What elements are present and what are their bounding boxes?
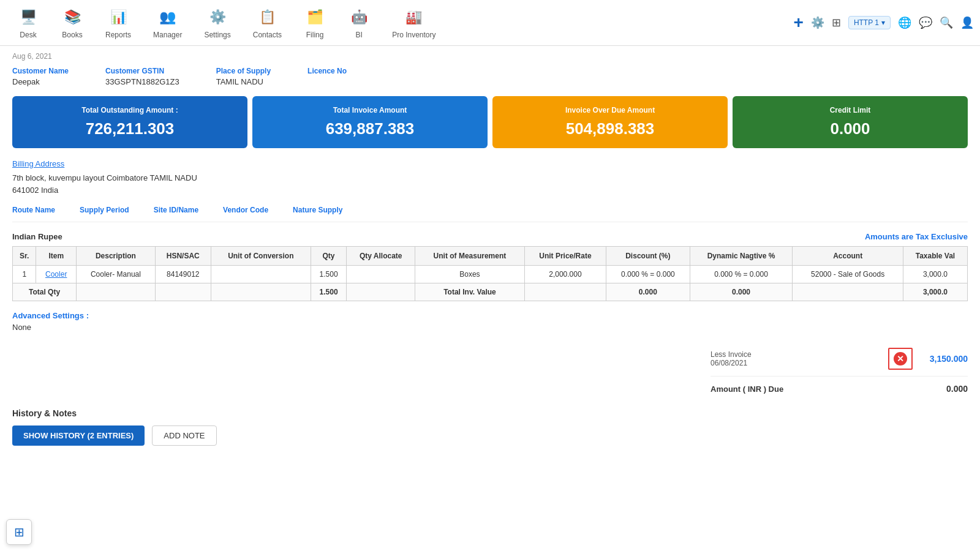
col-hsn: HSN/SAC: [155, 247, 211, 266]
nav-label-books: Books: [62, 31, 82, 39]
total-inv-label: Total Inv. Value: [415, 283, 525, 301]
bi-icon: 🤖: [348, 6, 370, 28]
nav-label-pro-inventory: Pro Inventory: [392, 31, 435, 39]
cell-qty: 1.500: [311, 266, 346, 283]
col-uom: Unit of Measurement: [415, 247, 525, 266]
invoice-table: Sr. Item Description HSN/SAC Unit of Con…: [12, 246, 968, 301]
col-discount: Discount (%): [606, 247, 690, 266]
chat-icon[interactable]: 💬: [919, 16, 932, 29]
globe-icon[interactable]: 🌐: [898, 16, 911, 29]
nav-label-filing: Filing: [306, 31, 324, 39]
x-icon: ✕: [894, 352, 907, 365]
credit-limit-card: Credit Limit 0.000: [733, 96, 968, 148]
total-qty-value: 1.500: [311, 283, 346, 301]
total-discount: 0.000: [606, 283, 690, 301]
site-id-label: Site ID/Name: [154, 206, 198, 214]
total-invoice-label: Total Invoice Amount: [265, 106, 475, 114]
customer-gstin-group: Customer GSTIN 33GSPTN1882G1Z3: [105, 67, 179, 86]
less-invoice-title: Less Invoice: [710, 350, 752, 359]
col-taxable-val: Taxable Val: [903, 247, 967, 266]
http-label: HTTP 1: [854, 18, 879, 27]
total-taxable: 3,000.0: [903, 283, 967, 301]
nav-item-pro-inventory[interactable]: 🏭 Pro Inventory: [381, 1, 447, 44]
amount-due-row: Amount ( INR ) Due 0.000: [710, 377, 968, 401]
nav-label-desk: Desk: [20, 31, 36, 39]
add-note-button[interactable]: ADD NOTE: [152, 425, 216, 446]
tax-note: Amounts are Tax Exclusive: [865, 232, 968, 241]
desk-icon: 🖥️: [17, 6, 39, 28]
books-icon: 📚: [61, 6, 83, 28]
nav-item-books[interactable]: 📚 Books: [50, 1, 94, 44]
licence-no-label: Licence No: [307, 67, 347, 75]
nav-item-manager[interactable]: 👥 Manager: [142, 1, 193, 44]
nav-item-reports[interactable]: 📊 Reports: [94, 1, 142, 44]
search-icon[interactable]: 🔍: [940, 16, 953, 29]
supply-period-label: Supply Period: [80, 206, 129, 214]
history-buttons: SHOW HISTORY (2 ENTRIES) ADD NOTE: [12, 425, 968, 446]
less-invoice-label: Less Invoice 06/08/2021: [710, 350, 752, 367]
cell-uoc: [211, 266, 311, 283]
bottom-widget[interactable]: ⊞: [6, 519, 32, 545]
nav-label-manager: Manager: [153, 31, 182, 39]
total-qty-empty3: [211, 283, 311, 301]
total-row: Total Qty 1.500 Total Inv. Value 0.000 0…: [13, 283, 968, 301]
col-account: Account: [793, 247, 903, 266]
customer-gstin-value: 33GSPTN1882G1Z3: [105, 77, 179, 86]
credit-limit-label: Credit Limit: [745, 106, 956, 114]
manager-icon: 👥: [157, 6, 179, 28]
currency-label: Indian Rupee: [12, 232, 62, 241]
history-section: History & Notes SHOW HISTORY (2 ENTRIES)…: [12, 408, 968, 446]
vendor-code-label: Vendor Code: [223, 206, 268, 214]
nav-items: 🖥️ Desk 📚 Books 📊 Reports 👥 Manager ⚙️ S…: [6, 1, 794, 44]
billing-address-text: 7th block, kuvempu layout Coimbatore TAM…: [12, 172, 968, 196]
table-row: 1 Cooler Cooler- Manual 84149012 1.500 B…: [13, 266, 968, 283]
col-sr: Sr.: [13, 247, 36, 266]
nav-item-contacts[interactable]: 📋 Contacts: [242, 1, 293, 44]
customer-name-value: Deepak: [12, 77, 40, 86]
user-icon[interactable]: 👤: [960, 16, 974, 29]
less-invoice-row: Less Invoice 06/08/2021 ✕ 3,150.000: [710, 342, 968, 377]
total-invoice-value: 639,887.383: [265, 119, 475, 138]
outstanding-amount-label: Total Outstanding Amount :: [24, 106, 235, 114]
advanced-settings-label: Advanced Settings :: [12, 311, 968, 320]
col-qty-allocate: Qty Allocate: [347, 247, 415, 266]
nav-label-bi: BI: [355, 31, 362, 39]
credit-limit-value: 0.000: [745, 119, 956, 138]
customer-gstin-label: Customer GSTIN: [105, 67, 179, 75]
outstanding-amount-card: Total Outstanding Amount : 726,211.303: [12, 96, 247, 148]
total-dynamic: 0.000: [690, 283, 793, 301]
nav-item-desk[interactable]: 🖥️ Desk: [6, 1, 50, 44]
remove-invoice-button[interactable]: ✕: [888, 348, 913, 370]
total-qty-empty2: [155, 283, 211, 301]
grid-button[interactable]: ⊞: [832, 16, 841, 29]
show-history-button[interactable]: SHOW HISTORY (2 ENTRIES): [12, 425, 145, 446]
billing-address-line2: 641002 India: [12, 186, 58, 195]
less-invoice-section: Less Invoice 06/08/2021 ✕ 3,150.000 Amou…: [12, 342, 968, 401]
nature-supply-label: Nature Supply: [293, 206, 342, 214]
col-dynamic: Dynamic Nagtive %: [690, 247, 793, 266]
cell-item[interactable]: Cooler: [36, 266, 77, 283]
col-item: Item: [36, 247, 77, 266]
cell-dynamic: 0.000 % = 0.000: [690, 266, 793, 283]
amount-due-label: Amount ( INR ) Due: [710, 384, 783, 394]
col-description: Description: [77, 247, 156, 266]
less-invoice-controls: ✕ 3,150.000: [888, 348, 968, 370]
gear-button[interactable]: ⚙️: [811, 16, 824, 29]
less-invoice-inner: Less Invoice 06/08/2021 ✕ 3,150.000 Amou…: [710, 342, 968, 401]
top-navigation: 🖥️ Desk 📚 Books 📊 Reports 👥 Manager ⚙️ S…: [0, 0, 980, 46]
total-qty-empty1: [77, 283, 156, 301]
filing-icon: 🗂️: [304, 6, 326, 28]
nav-item-filing[interactable]: 🗂️ Filing: [293, 1, 337, 44]
currency-row: Indian Rupee Amounts are Tax Exclusive: [12, 232, 968, 241]
customer-name-group: Customer Name Deepak: [12, 67, 69, 86]
total-invoice-card: Total Invoice Amount 639,887.383: [252, 96, 488, 148]
place-of-supply-group: Place of Supply TAMIL NADU: [216, 67, 271, 86]
nav-item-bi[interactable]: 🤖 BI: [337, 1, 381, 44]
nav-item-settings[interactable]: ⚙️ Settings: [193, 1, 241, 44]
advanced-settings: Advanced Settings : None: [12, 311, 968, 332]
cell-unit-price: 2,000.000: [524, 266, 606, 283]
http-badge[interactable]: HTTP 1 ▾: [848, 16, 891, 29]
billing-address-link[interactable]: Billing Address: [12, 159, 968, 168]
add-button[interactable]: +: [794, 13, 804, 32]
col-unit-price: Unit Price/Rate: [524, 247, 606, 266]
